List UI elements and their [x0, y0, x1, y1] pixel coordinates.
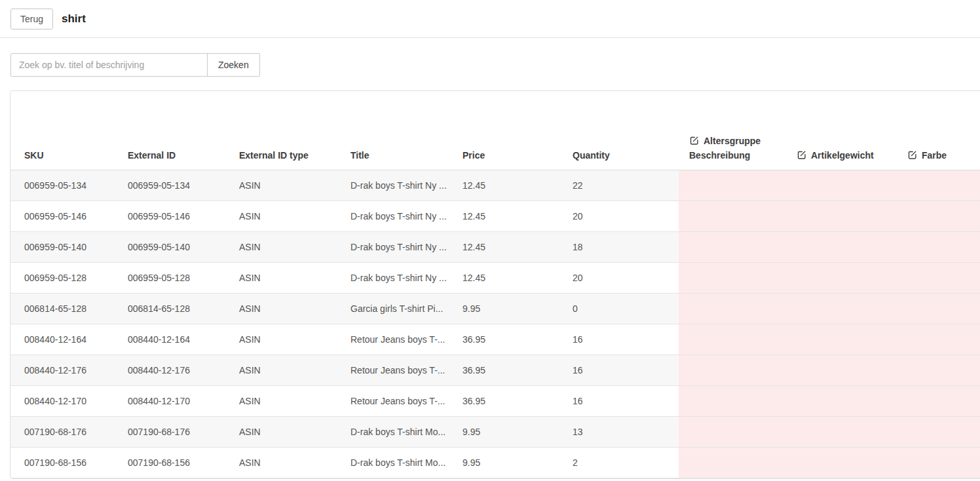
cell-altersgruppe-beschreibung[interactable]	[679, 385, 786, 416]
cell-altersgruppe-beschreibung[interactable]	[679, 416, 786, 447]
table-row: 008440-12-176008440-12-176ASINRetour Jea…	[10, 355, 980, 385]
table-row: 006959-05-146006959-05-146ASIND-rak boys…	[10, 201, 980, 231]
products-table: SKUExternal IDExternal ID typeTitlePrice…	[10, 91, 980, 478]
cell-farbe[interactable]	[897, 170, 980, 201]
cell-title: Retour Jeans boys T-...	[340, 385, 452, 416]
cell-artikelgewicht[interactable]	[786, 355, 897, 385]
table-row: 006959-05-128006959-05-128ASIND-rak boys…	[10, 262, 980, 293]
cell-altersgruppe-beschreibung[interactable]	[679, 262, 786, 293]
cell-title: D-rak boys T-shirt Mo...	[340, 447, 452, 478]
cell-sku: 008440-12-176	[10, 355, 117, 385]
cell-external-id-type: ASIN	[229, 416, 340, 447]
cell-artikelgewicht[interactable]	[786, 170, 897, 201]
cell-artikelgewicht[interactable]	[786, 324, 897, 355]
cell-price: 12.45	[452, 170, 562, 201]
table-body: 006959-05-134006959-05-134ASIND-rak boys…	[10, 170, 980, 478]
table-row: 007190-68-156007190-68-156ASIND-rak boys…	[10, 447, 980, 478]
cell-sku: 007190-68-156	[10, 447, 117, 478]
cell-sku: 006959-05-134	[10, 170, 117, 201]
column-header-label: SKU	[24, 150, 44, 161]
cell-quantity: 22	[562, 170, 679, 201]
cell-sku: 008440-12-164	[10, 324, 117, 355]
cell-farbe[interactable]	[897, 201, 980, 231]
cell-farbe[interactable]	[897, 416, 980, 447]
search-input[interactable]	[10, 53, 208, 77]
cell-artikelgewicht[interactable]	[786, 201, 897, 231]
cell-altersgruppe-beschreibung[interactable]	[679, 293, 786, 324]
cell-sku: 006814-65-128	[10, 293, 117, 324]
cell-artikelgewicht[interactable]	[786, 231, 897, 262]
column-header-title: Title	[340, 91, 452, 170]
cell-external-id-type: ASIN	[229, 262, 340, 293]
products-table-card: SKUExternal IDExternal ID typeTitlePrice…	[10, 90, 980, 479]
cell-external-id-type: ASIN	[229, 355, 340, 385]
cell-price: 36.95	[452, 324, 562, 355]
column-header-label: Artikelgewicht	[811, 150, 874, 161]
cell-external-id-type: ASIN	[229, 201, 340, 231]
back-button[interactable]: Terug	[10, 9, 53, 29]
cell-altersgruppe-beschreibung[interactable]	[679, 170, 786, 201]
cell-farbe[interactable]	[897, 293, 980, 324]
column-header-label: Quantity	[573, 150, 610, 161]
cell-quantity: 20	[562, 201, 679, 231]
cell-altersgruppe-beschreibung[interactable]	[679, 201, 786, 231]
cell-artikelgewicht[interactable]	[786, 447, 897, 478]
column-header-artikelgewicht: Artikelgewicht	[786, 91, 897, 170]
cell-quantity: 20	[562, 262, 679, 293]
cell-farbe[interactable]	[897, 447, 980, 478]
edit-icon[interactable]	[907, 149, 917, 159]
cell-external-id: 008440-12-164	[117, 324, 229, 355]
cell-sku: 006959-05-128	[10, 262, 117, 293]
column-header-farbe: Farbe	[897, 91, 980, 170]
cell-artikelgewicht[interactable]	[786, 293, 897, 324]
table-header-row: SKUExternal IDExternal ID typeTitlePrice…	[10, 91, 980, 170]
edit-icon[interactable]	[797, 149, 806, 159]
search-button[interactable]: Zoeken	[207, 53, 260, 77]
cell-sku: 006959-05-140	[10, 231, 117, 262]
column-header-label: Title	[350, 150, 369, 161]
cell-farbe[interactable]	[897, 355, 980, 385]
cell-price: 12.45	[452, 201, 562, 231]
cell-sku: 007190-68-176	[10, 416, 117, 447]
cell-altersgruppe-beschreibung[interactable]	[679, 231, 786, 262]
column-header-quantity: Quantity	[562, 91, 679, 170]
cell-title: Garcia girls T-shirt Pi...	[340, 293, 452, 324]
cell-price: 9.95	[452, 293, 562, 324]
column-header-label: Farbe	[922, 150, 947, 161]
cell-altersgruppe-beschreibung[interactable]	[679, 324, 786, 355]
column-header-label: Price	[462, 150, 485, 161]
cell-artikelgewicht[interactable]	[786, 262, 897, 293]
cell-external-id-type: ASIN	[229, 324, 340, 355]
table-row: 007190-68-176007190-68-176ASIND-rak boys…	[10, 416, 980, 447]
table-row: 008440-12-170008440-12-170ASINRetour Jea…	[10, 385, 980, 416]
cell-price: 12.45	[452, 231, 562, 262]
cell-price: 36.95	[452, 385, 562, 416]
cell-altersgruppe-beschreibung[interactable]	[679, 355, 786, 385]
cell-artikelgewicht[interactable]	[786, 385, 897, 416]
cell-external-id: 007190-68-156	[117, 447, 229, 478]
cell-farbe[interactable]	[897, 385, 980, 416]
table-row: 008440-12-164008440-12-164ASINRetour Jea…	[10, 324, 980, 355]
column-header-external-id-type: External ID type	[229, 91, 340, 170]
cell-price: 9.95	[452, 447, 562, 478]
cell-quantity: 18	[562, 231, 679, 262]
cell-quantity: 13	[562, 416, 679, 447]
cell-sku: 006959-05-146	[10, 201, 117, 231]
cell-farbe[interactable]	[897, 262, 980, 293]
cell-title: Retour Jeans boys T-...	[340, 324, 452, 355]
cell-title: D-rak boys T-shirt Ny ...	[340, 231, 452, 262]
edit-icon[interactable]	[689, 135, 699, 145]
cell-artikelgewicht[interactable]	[786, 416, 897, 447]
cell-quantity: 16	[562, 385, 679, 416]
cell-title: Retour Jeans boys T-...	[340, 355, 452, 385]
cell-altersgruppe-beschreibung[interactable]	[679, 447, 786, 478]
column-header-price: Price	[452, 91, 562, 170]
search-bar: Zoeken	[10, 53, 980, 77]
cell-external-id-type: ASIN	[229, 231, 340, 262]
topbar: Terug shirt	[0, 0, 980, 38]
column-header-altersgruppe-beschreibung: Altersgruppe Beschreibung	[679, 91, 786, 170]
cell-external-id: 008440-12-176	[117, 355, 229, 385]
cell-external-id: 006959-05-134	[117, 170, 229, 201]
cell-farbe[interactable]	[897, 324, 980, 355]
cell-farbe[interactable]	[897, 231, 980, 262]
